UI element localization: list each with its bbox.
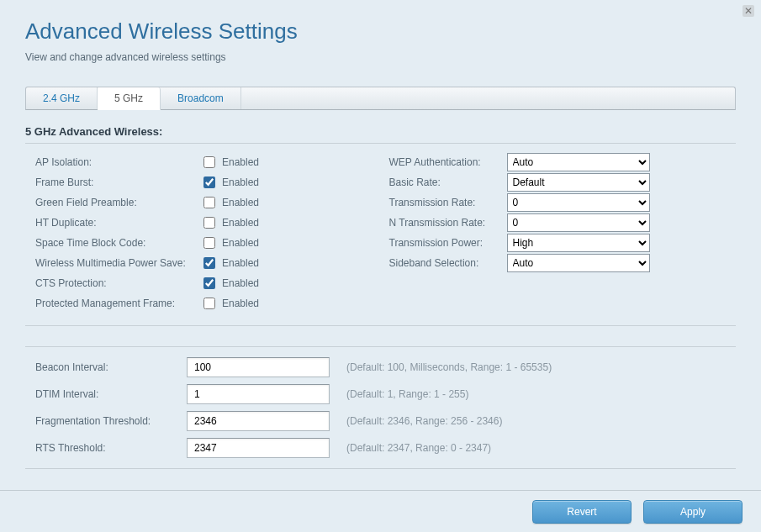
tx-power-select[interactable]: High (507, 234, 650, 252)
frag-threshold-label: Fragmentation Threshold: (35, 415, 187, 427)
wep-auth-select[interactable]: Auto (507, 153, 650, 171)
enabled-text: Enabled (222, 237, 259, 249)
frame-burst-label: Frame Burst: (35, 176, 203, 188)
frag-threshold-input[interactable] (187, 411, 330, 431)
page-title: Advanced Wireless Settings (25, 18, 736, 45)
ap-isolation-checkbox[interactable] (203, 156, 215, 168)
enabled-text: Enabled (222, 176, 259, 188)
beacon-interval-input[interactable] (187, 357, 330, 377)
enabled-text: Enabled (222, 197, 259, 208)
enabled-text: Enabled (222, 257, 259, 269)
tab-2-4ghz[interactable]: 2.4 GHz (26, 87, 98, 109)
wmm-ps-checkbox[interactable] (203, 257, 215, 269)
basic-rate-select[interactable]: Default (507, 173, 650, 192)
stbc-checkbox[interactable] (203, 237, 215, 249)
section-title: 5 GHz Advanced Wireless: (25, 125, 736, 138)
ap-isolation-label: AP Isolation: (35, 156, 203, 168)
wmm-ps-label: Wireless Multimedia Power Save: (35, 257, 203, 269)
dtim-interval-label: DTIM Interval: (35, 388, 187, 400)
apply-button[interactable]: Apply (643, 500, 743, 524)
n-tx-rate-select[interactable]: 0 (507, 213, 650, 232)
beacon-interval-hint: (Default: 100, Milliseconds, Range: 1 - … (346, 361, 552, 373)
wep-auth-label: WEP Authentication: (389, 156, 507, 168)
green-field-label: Green Field Preamble: (35, 197, 203, 208)
dtim-interval-input[interactable] (187, 384, 330, 404)
tab-5ghz[interactable]: 5 GHz (98, 87, 161, 110)
ht-duplicate-label: HT Duplicate: (35, 217, 203, 229)
settings-panel: AP Isolation: Enabled Frame Burst: Enabl… (25, 143, 736, 326)
cts-protection-checkbox[interactable] (203, 277, 215, 289)
sideband-label: Sideband Selection: (389, 257, 507, 269)
enabled-text: Enabled (222, 298, 259, 309)
rts-threshold-label: RTS Threshold: (35, 442, 187, 454)
sideband-select[interactable]: Auto (507, 254, 650, 272)
tx-power-label: Transmission Power: (389, 237, 507, 249)
rts-threshold-input[interactable] (187, 438, 330, 458)
interval-panel: Beacon Interval: (Default: 100, Millisec… (25, 346, 736, 469)
footer-bar: Revert Apply (0, 490, 761, 532)
tx-rate-label: Transmission Rate: (389, 197, 507, 208)
frame-burst-checkbox[interactable] (203, 176, 215, 188)
tx-rate-select[interactable]: 0 (507, 193, 650, 212)
cts-protection-label: CTS Protection: (35, 277, 203, 289)
close-icon[interactable]: ✕ (743, 5, 754, 17)
dtim-interval-hint: (Default: 1, Range: 1 - 255) (346, 388, 468, 400)
enabled-text: Enabled (222, 217, 259, 229)
frag-threshold-hint: (Default: 2346, Range: 256 - 2346) (346, 415, 502, 427)
pmf-label: Protected Management Frame: (35, 298, 203, 309)
enabled-text: Enabled (222, 277, 259, 289)
pmf-checkbox[interactable] (203, 298, 215, 309)
beacon-interval-label: Beacon Interval: (35, 361, 187, 373)
enabled-text: Enabled (222, 156, 259, 168)
revert-button[interactable]: Revert (532, 500, 632, 524)
ht-duplicate-checkbox[interactable] (203, 217, 215, 229)
tab-broadcom[interactable]: Broadcom (161, 87, 241, 109)
tab-strip: 2.4 GHz 5 GHz Broadcom (25, 87, 736, 110)
stbc-label: Space Time Block Code: (35, 237, 203, 249)
n-tx-rate-label: N Transmission Rate: (389, 217, 507, 229)
page-subtitle: View and change advanced wireless settin… (25, 51, 736, 63)
green-field-checkbox[interactable] (203, 197, 215, 208)
basic-rate-label: Basic Rate: (389, 176, 507, 188)
rts-threshold-hint: (Default: 2347, Range: 0 - 2347) (346, 442, 491, 454)
